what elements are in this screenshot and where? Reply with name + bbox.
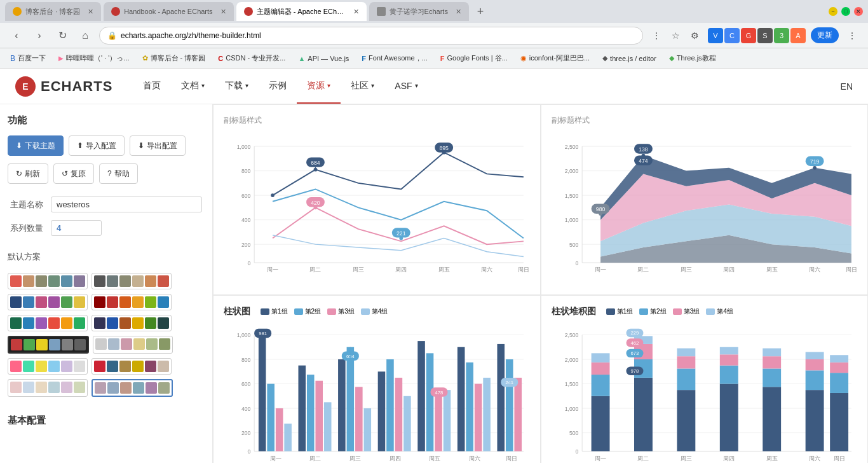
extensions-icon[interactable]: ⋮ — [648, 27, 665, 44]
tab-2[interactable]: Handbook - Apache ECharts ✕ — [104, 2, 233, 21]
settings-icon[interactable]: ⚙ — [686, 27, 703, 44]
import-config-button[interactable]: ⬆ 导入配置 — [69, 135, 125, 156]
svg-text:221: 221 — [397, 230, 406, 237]
swatch — [159, 338, 170, 350]
svg-text:周二: 周二 — [309, 266, 321, 273]
tab-1[interactable]: 博客后台 · 博客园 ✕ — [5, 2, 101, 21]
palette-1[interactable] — [8, 273, 88, 289]
svg-rect-90 — [347, 347, 355, 452]
nav-docs[interactable]: 文档▾ — [171, 69, 215, 104]
stacked-legend-item-2: 第2组 — [639, 307, 667, 316]
url-bar[interactable]: 🔒 echarts.apache.org/zh/theme-builder.ht… — [99, 27, 643, 45]
bookmark-cnblogs[interactable]: ✿ 博客后台 - 博客园 — [137, 51, 211, 66]
nav-docs-arrow: ▾ — [201, 82, 205, 89]
refresh-button[interactable]: ↻ 刷新 — [8, 163, 48, 184]
bookmark-iconfont[interactable]: ◉ iconfont-阿里巴巴... — [515, 51, 595, 66]
bookmark-fontawesome[interactable]: F Font Awesome，... — [356, 51, 432, 66]
ext-btn-5[interactable]: 3 — [774, 28, 789, 43]
tab-3[interactable]: 主题编辑器 - Apache ECharts ✕ — [236, 2, 367, 21]
swatch — [10, 296, 22, 308]
swatch — [132, 275, 144, 287]
palette-12-selected[interactable] — [92, 379, 173, 397]
swatch — [120, 382, 132, 394]
nav-download-arrow: ▾ — [245, 82, 248, 89]
svg-text:0: 0 — [575, 448, 578, 455]
nav-community[interactable]: 社区▾ — [341, 69, 384, 104]
palette-6[interactable] — [92, 315, 172, 331]
nav-download[interactable]: 下载▾ — [215, 69, 259, 104]
bookmark-vue[interactable]: ▲ API — Vue.js — [293, 51, 354, 66]
palette-9[interactable] — [8, 358, 88, 375]
swatch — [119, 361, 131, 372]
forward-button[interactable]: › — [31, 27, 48, 45]
svg-text:0: 0 — [248, 448, 251, 455]
help-button[interactable]: ? 帮助 — [99, 163, 138, 184]
nav-en-button[interactable]: EN — [841, 81, 853, 92]
nav-home[interactable]: 首页 — [133, 69, 171, 104]
bookmark-csdn[interactable]: C CSDN - 专业开发... — [213, 51, 290, 66]
palette-5[interactable] — [8, 315, 88, 331]
svg-text:600: 600 — [241, 193, 251, 199]
bookmark-baidu[interactable]: B 百度一下 — [5, 51, 51, 66]
palette-11[interactable] — [8, 379, 88, 397]
bookmark-icon-baidu: B — [10, 54, 15, 63]
ext-btn-1[interactable]: V — [708, 28, 723, 43]
reload-button[interactable]: ↻ — [53, 27, 71, 45]
ext-btn-3[interactable]: G — [741, 28, 756, 43]
import-icon: ⬆ — [77, 141, 83, 150]
bookmark-star-icon[interactable]: ☆ — [667, 27, 684, 44]
tab-close-3[interactable]: ✕ — [353, 8, 359, 16]
tab-favicon-3 — [244, 7, 253, 16]
address-bar: ‹ › ↻ ⌂ 🔒 echarts.apache.org/zh/theme-bu… — [0, 23, 868, 48]
bookmark-googlefonts[interactable]: F Google Fonts | 谷... — [435, 51, 513, 66]
bookmark-threejs-editor[interactable]: ◆ three.js / editor — [597, 51, 661, 66]
download-theme-button[interactable]: ⬇ 下载主题 — [8, 135, 64, 156]
maximize-button[interactable]: □ — [841, 7, 850, 16]
tab-close-2[interactable]: ✕ — [220, 8, 226, 16]
ext-btn-4[interactable]: S — [757, 28, 773, 43]
palette-2[interactable] — [92, 273, 172, 289]
close-button[interactable]: ✕ — [854, 7, 863, 16]
new-tab-button[interactable]: + — [471, 3, 489, 20]
tab-close-4[interactable]: ✕ — [456, 8, 461, 16]
toolbar-icons: ⋮ ☆ ⚙ — [648, 27, 703, 44]
svg-text:周二: 周二 — [637, 455, 649, 462]
nav-asf[interactable]: ASF▾ — [384, 69, 428, 104]
window-controls: − □ ✕ — [829, 7, 863, 16]
menu-icon[interactable]: ⋮ — [844, 27, 860, 44]
swatch — [11, 339, 22, 350]
svg-rect-154 — [763, 356, 781, 368]
bookmark-label-threejs-editor: three.js / editor — [610, 55, 656, 62]
theme-name-input[interactable] — [51, 197, 202, 212]
svg-text:138: 138 — [639, 146, 648, 153]
swatch — [24, 339, 35, 350]
series-count-input[interactable] — [51, 220, 102, 236]
bookmark-bilibili[interactable]: ▶ 哔哩哔哩（' · '）っ... — [53, 51, 135, 66]
ext-btn-2[interactable]: C — [724, 28, 740, 43]
tab-close-1[interactable]: ✕ — [88, 8, 93, 16]
tab-4[interactable]: 黄子诺学习Echarts ✕ — [369, 2, 469, 21]
svg-text:周二: 周二 — [637, 266, 649, 273]
svg-rect-149 — [719, 366, 738, 384]
svg-text:600: 600 — [241, 381, 251, 387]
nav-examples[interactable]: 示例 — [259, 69, 297, 104]
reset-button[interactable]: ↺ 复原 — [53, 163, 94, 184]
export-config-button[interactable]: ⬇ 导出配置 — [130, 135, 186, 156]
nav-resources[interactable]: 资源▾ — [297, 69, 341, 104]
home-button[interactable]: ⌂ — [76, 27, 94, 45]
back-button[interactable]: ‹ — [8, 27, 25, 45]
update-button[interactable]: 更新 — [811, 27, 839, 43]
svg-text:1,000: 1,000 — [564, 217, 578, 223]
swatch — [23, 382, 34, 393]
ext-btn-6[interactable]: A — [790, 28, 806, 43]
bookmark-threejs-tutorial[interactable]: ◆ Three.js教程 — [664, 51, 721, 66]
palette-4[interactable] — [92, 294, 172, 310]
line-chart-subtitle: 副标题样式 — [224, 115, 530, 126]
palette-7-selected[interactable] — [8, 336, 89, 354]
palette-3[interactable] — [8, 294, 88, 310]
svg-rect-152 — [763, 387, 781, 451]
minimize-button[interactable]: − — [829, 7, 837, 16]
palette-8[interactable] — [93, 336, 173, 354]
bookmark-label-baidu: 百度一下 — [18, 53, 46, 63]
palette-10[interactable] — [92, 358, 172, 375]
